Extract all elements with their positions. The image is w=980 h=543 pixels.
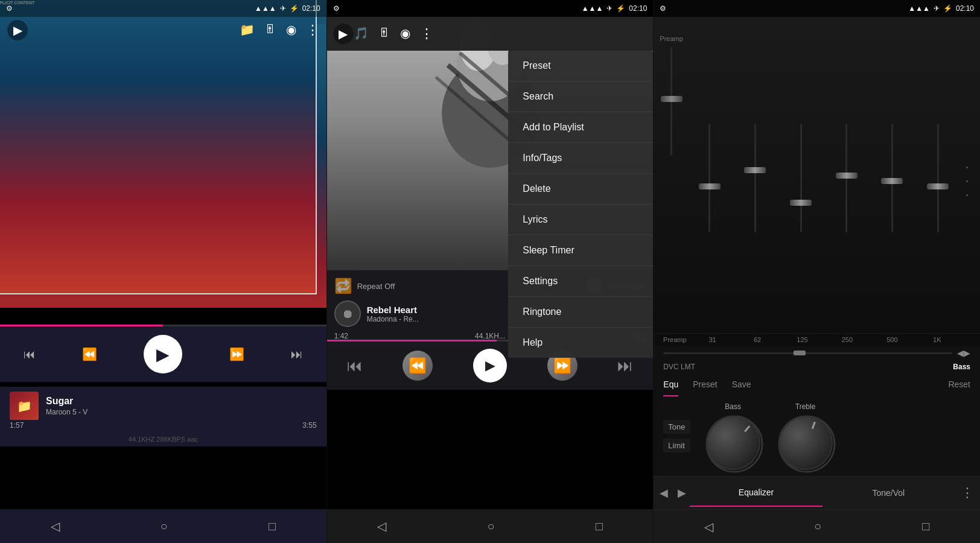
player-menu-panel: ⚙ ▲▲▲ ✈ ⚡ 02:10 ▶ 🎵 🎚 ◉ ⋮ bbox=[327, 0, 654, 543]
bass-knob-group: Bass bbox=[706, 402, 760, 470]
eq-slider-thumb-250[interactable] bbox=[836, 173, 858, 179]
home-button[interactable]: ○ bbox=[161, 519, 168, 533]
recents-button-3[interactable]: □ bbox=[922, 519, 929, 533]
back-button-3[interactable]: ◁ bbox=[704, 519, 713, 534]
menu-item-sleep-timer[interactable]: Sleep Timer bbox=[508, 235, 653, 266]
menu-item-lyrics[interactable]: Lyrics bbox=[508, 205, 653, 235]
preamp-arrows[interactable]: ◀▶ bbox=[957, 348, 970, 358]
svg-point-14 bbox=[779, 416, 835, 472]
bottom-tab-tone-vol[interactable]: Tone/Vol bbox=[822, 480, 955, 506]
track-details: Sugar Maroon 5 - V bbox=[46, 396, 317, 416]
eq-slider-track-125[interactable] bbox=[800, 124, 802, 232]
knobs-area: Tone Limit Bass Treble bbox=[654, 396, 980, 476]
bottom-tabs: ◀ ▶ Equalizer Tone/Vol ⋮ bbox=[654, 476, 980, 509]
bottom-tab-equalizer[interactable]: Equalizer bbox=[690, 479, 822, 507]
visualizer-icon[interactable]: ◉ bbox=[286, 22, 296, 38]
treble-knob[interactable] bbox=[778, 416, 833, 470]
limit-tab[interactable]: Limit bbox=[663, 439, 690, 453]
eq-band-125 bbox=[779, 29, 822, 327]
album-art-1: MAROON 5 🔁 PARENTALADVISORYEXPLICIT CONT… bbox=[0, 0, 326, 308]
dvc-label: DVC LMT bbox=[663, 363, 695, 371]
eq-slider-thumb-500[interactable] bbox=[881, 178, 903, 184]
skip-prev-button-2[interactable]: ⏮ bbox=[347, 357, 363, 375]
more-icon-2[interactable]: ⋮ bbox=[420, 26, 433, 42]
bass-label: Bass bbox=[953, 363, 970, 371]
menu-item-preset[interactable]: Preset bbox=[508, 51, 653, 81]
visualizer-icon-2[interactable]: ◉ bbox=[400, 26, 410, 42]
eq-slider-thumb-1k[interactable] bbox=[927, 183, 949, 189]
tab-save[interactable]: Save bbox=[732, 373, 751, 396]
nav-bar-1: ◁ ○ □ bbox=[0, 509, 326, 543]
bass-knob[interactable] bbox=[706, 416, 760, 470]
seek-next-button[interactable]: ⏩ bbox=[229, 347, 244, 361]
home-button-3[interactable]: ○ bbox=[814, 519, 821, 533]
menu-item-ringtone[interactable]: Ringtone bbox=[508, 297, 653, 328]
menu-item-settings[interactable]: Settings bbox=[508, 266, 653, 297]
menu-item-add-to-playlist[interactable]: Add to Playlist bbox=[508, 112, 653, 143]
music-player-panel: ⚙ ▲▲▲ ✈ ⚡ 02:10 ▶ 📁 🎚 ◉ ⋮ MAROON 5 bbox=[0, 0, 327, 543]
play-nav-icon[interactable]: ▶ bbox=[674, 478, 690, 508]
seek-prev-button-2[interactable]: ⏪ bbox=[402, 351, 433, 381]
preamp-scroll-thumb[interactable] bbox=[794, 351, 806, 355]
eq-bands bbox=[688, 29, 959, 327]
skip-prev-button[interactable]: ⏮ bbox=[24, 348, 36, 361]
airplane-icon-3: ✈ bbox=[934, 4, 940, 13]
menu-item-search[interactable]: Search bbox=[508, 81, 653, 112]
android-icon: ⚙ bbox=[6, 4, 13, 13]
side-tabs: Tone Limit bbox=[663, 420, 690, 453]
skip-next-button-2[interactable]: ⏭ bbox=[617, 357, 633, 375]
home-button-2[interactable]: ○ bbox=[487, 519, 494, 533]
nav-bar-2: ◁ ○ □ bbox=[327, 509, 654, 543]
freq-labels-row: Preamp 31 62 125 250 500 1K bbox=[654, 333, 980, 346]
menu-item-delete[interactable]: Delete bbox=[508, 174, 653, 205]
wifi-icon: ▲▲▲ bbox=[255, 4, 276, 13]
tab-equ[interactable]: Equ bbox=[663, 373, 678, 396]
eq-slider-thumb-62[interactable] bbox=[744, 167, 766, 173]
tab-reset[interactable]: Reset bbox=[948, 373, 970, 396]
tab-preset[interactable]: Preset bbox=[693, 373, 717, 396]
seek-prev-button[interactable]: ⏪ bbox=[82, 347, 97, 361]
eq-slider-track-31[interactable] bbox=[708, 124, 710, 232]
repeat-icon[interactable]: 🔁 bbox=[334, 278, 352, 294]
play-small-icon[interactable]: ▶ bbox=[7, 20, 28, 40]
eq-icon-2[interactable]: 🎚 bbox=[378, 26, 390, 42]
preamp-slider-thumb[interactable] bbox=[661, 96, 682, 102]
disc-icon: ⏺ bbox=[334, 300, 361, 327]
folder-icon[interactable]: 📁 bbox=[240, 22, 255, 38]
skip-next-button[interactable]: ⏭ bbox=[291, 348, 303, 361]
play-button-2[interactable]: ▶ bbox=[473, 349, 507, 383]
menu-item-help[interactable]: Help bbox=[508, 328, 653, 358]
preamp-scroll-track[interactable] bbox=[663, 352, 952, 354]
more-icon[interactable]: ⋮ bbox=[306, 22, 319, 38]
prev-nav-icon[interactable]: ◀ bbox=[654, 478, 674, 508]
eq-slider-thumb-125[interactable] bbox=[790, 200, 812, 206]
tone-tab[interactable]: Tone bbox=[663, 420, 690, 434]
progress-bar-1[interactable] bbox=[0, 325, 326, 326]
eq-slider-track-1k[interactable] bbox=[937, 124, 939, 232]
svg-line-15 bbox=[812, 422, 815, 428]
play-small-icon-2[interactable]: ▶ bbox=[333, 24, 354, 44]
recents-button[interactable]: □ bbox=[269, 519, 276, 533]
back-button[interactable]: ◁ bbox=[51, 519, 60, 533]
menu-item-info-tags[interactable]: Info/Tags bbox=[508, 143, 653, 174]
back-button-2[interactable]: ◁ bbox=[377, 519, 386, 533]
status-bar-3: ⚙ ▲▲▲ ✈ ⚡ 02:10 bbox=[654, 0, 980, 17]
android-icon-2: ⚙ bbox=[333, 4, 340, 13]
music-icon-2[interactable]: 🎵 bbox=[354, 26, 369, 42]
battery-icon-2: ⚡ bbox=[616, 4, 625, 13]
preamp-slider-track[interactable] bbox=[670, 47, 672, 156]
eq-slider-thumb-31[interactable] bbox=[699, 183, 721, 189]
wifi-icon-2: ▲▲▲ bbox=[582, 4, 603, 13]
bottom-more-icon[interactable]: ⋮ bbox=[955, 477, 980, 509]
dropdown-menu: Preset Search Add to Playlist Info/Tags … bbox=[508, 51, 653, 358]
right-indicators bbox=[959, 29, 974, 327]
eq-band-62 bbox=[734, 29, 777, 327]
eq-slider-track-250[interactable] bbox=[845, 124, 847, 232]
eq-slider-track-500[interactable] bbox=[891, 124, 893, 232]
equalizer-panel: ⚙ ▲▲▲ ✈ ⚡ 02:10 Preamp bbox=[654, 0, 980, 543]
eq-icon[interactable]: 🎚 bbox=[264, 22, 276, 38]
play-button[interactable]: ▶ bbox=[144, 335, 182, 373]
treble-knob-label: Treble bbox=[795, 402, 816, 411]
recents-button-2[interactable]: □ bbox=[596, 519, 603, 533]
eq-slider-track-62[interactable] bbox=[754, 124, 756, 232]
